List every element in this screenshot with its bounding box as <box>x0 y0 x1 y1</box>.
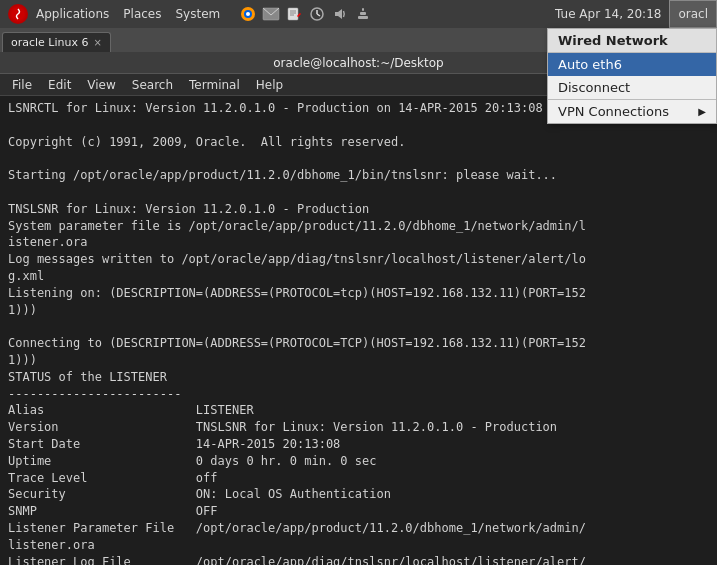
taskbar-apps-section: Applications Places System <box>0 0 234 28</box>
clock-icon[interactable] <box>307 4 327 24</box>
svg-point-3 <box>246 12 250 16</box>
view-menu[interactable]: View <box>79 76 123 94</box>
edit-menu[interactable]: Edit <box>40 76 79 94</box>
svg-rect-14 <box>360 12 366 15</box>
network-status-button[interactable]: oracl <box>669 0 717 28</box>
file-menu[interactable]: File <box>4 76 40 94</box>
taskbar-clock: Tue Apr 14, 20:18 <box>547 0 669 28</box>
network-icon[interactable] <box>353 4 373 24</box>
volume-icon[interactable] <box>330 4 350 24</box>
network-dropdown-header: Wired Network <box>548 29 716 53</box>
firefox-icon[interactable] <box>238 4 258 24</box>
taskbar-icons <box>234 4 377 24</box>
vpn-connections[interactable]: VPN Connections ▶ <box>548 100 716 123</box>
svg-rect-15 <box>362 8 364 11</box>
applications-menu[interactable]: Applications <box>30 0 115 28</box>
edit-icon[interactable] <box>284 4 304 24</box>
search-menu[interactable]: Search <box>124 76 181 94</box>
taskbar: Applications Places System <box>0 0 717 28</box>
terminal-menu[interactable]: Terminal <box>181 76 248 94</box>
help-menu[interactable]: Help <box>248 76 291 94</box>
network-dropdown: Wired Network Auto eth6 Disconnect VPN C… <box>547 28 717 124</box>
terminal-tab[interactable]: oracle Linux 6 × <box>2 32 111 52</box>
terminal-title: oracle@localhost:~/Desktop <box>273 56 443 70</box>
tab-close-button[interactable]: × <box>94 38 102 48</box>
terminal-window: oracle@localhost:~/Desktop File Edit Vie… <box>0 52 717 565</box>
fedora-logo <box>8 4 28 24</box>
svg-line-11 <box>317 14 320 16</box>
svg-marker-12 <box>335 9 342 19</box>
svg-rect-13 <box>358 16 368 19</box>
taskbar-left: Applications Places System <box>0 0 377 28</box>
vpn-arrow-icon: ▶ <box>698 106 706 117</box>
taskbar-right: Tue Apr 14, 20:18 oracl <box>547 0 717 28</box>
places-menu[interactable]: Places <box>117 0 167 28</box>
svg-rect-5 <box>288 8 298 20</box>
envelope-icon[interactable] <box>261 4 281 24</box>
vpn-label: VPN Connections <box>558 104 669 119</box>
system-menu[interactable]: System <box>169 0 226 28</box>
network-disconnect[interactable]: Disconnect <box>548 76 716 99</box>
network-auto-eth6[interactable]: Auto eth6 <box>548 53 716 76</box>
terminal-content[interactable]: LSNRCTL for Linux: Version 11.2.0.1.0 - … <box>0 96 717 565</box>
terminal-tab-label: oracle Linux 6 <box>11 36 89 49</box>
